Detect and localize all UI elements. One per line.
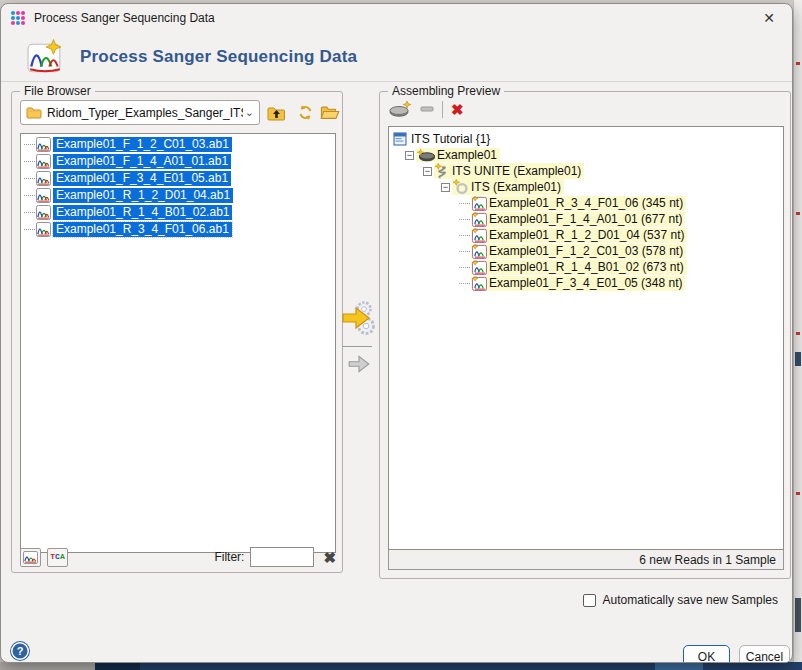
file-row[interactable]: Example01_F_1_2_C01_03.ab1 — [24, 136, 335, 153]
sample-label: Example01 — [437, 148, 497, 162]
new-sample-disc-icon[interactable] — [388, 100, 412, 118]
directory-path: Ridom_Typer_Examples_Sanger_ITS/ — [47, 106, 243, 120]
locus-ring-star-icon — [453, 179, 469, 195]
tree-read-row[interactable]: Example01_F_3_4_E01_05 (348 nt) — [393, 275, 783, 291]
read-chromatogram-star-icon — [472, 212, 487, 227]
read-label: Example01_R_3_4_F01_06 (345 nt) — [489, 196, 683, 210]
file-name: Example01_F_1_4_A01_01.ab1 — [53, 154, 231, 169]
cancel-button[interactable]: Cancel — [739, 645, 790, 663]
delete-all-icon[interactable]: ✖ — [451, 102, 464, 117]
dialog-header: Process Sanger Sequencing Data — [1, 32, 792, 82]
preview-toolbar: ✖ — [388, 98, 464, 120]
clear-filter-icon[interactable]: ✖ — [323, 550, 336, 565]
window-title: Process Sanger Sequencing Data — [34, 11, 215, 25]
process-sanger-dialog: Process Sanger Sequencing Data ✕ Process… — [0, 3, 793, 663]
status-text: 6 new Reads in 1 Sample — [639, 553, 776, 567]
collapse-toggle-icon[interactable]: − — [423, 167, 432, 176]
refresh-icon[interactable] — [293, 102, 317, 123]
autosave-label: Automatically save new Samples — [603, 593, 778, 607]
file-row[interactable]: Example01_R_1_4_B01_02.ab1 — [24, 204, 335, 221]
read-label: Example01_R_1_2_D01_04 (537 nt) — [489, 228, 684, 242]
locus-its-label: ITS (Example01) — [471, 180, 561, 194]
tree-read-row[interactable]: Example01_F_1_2_C01_03 (578 nt) — [393, 243, 783, 259]
assembling-preview-legend: Assembling Preview — [388, 84, 504, 98]
read-label: Example01_F_3_4_E01_05 (348 nt) — [489, 276, 682, 290]
project-label: ITS Tutorial {1} — [411, 132, 490, 146]
help-icon[interactable]: ? — [11, 642, 29, 660]
tree-read-row[interactable]: Example01_R_3_4_F01_06 (345 nt) — [393, 195, 783, 211]
tree-read-row[interactable]: Example01_R_1_2_D01_04 (537 nt) — [393, 227, 783, 243]
remove-minus-icon[interactable] — [420, 106, 434, 112]
file-row[interactable]: Example01_F_3_4_E01_05.ab1 — [24, 170, 335, 187]
preview-tree[interactable]: ITS Tutorial {1} − Example01 — [388, 126, 784, 550]
read-chromatogram-star-icon — [472, 196, 487, 211]
transfer-arrow-disabled-button[interactable] — [347, 354, 371, 374]
directory-combobox[interactable]: Ridom_Typer_Examples_Sanger_ITS/ ⌄ — [20, 100, 260, 125]
project-icon — [393, 132, 408, 147]
read-chromatogram-star-icon — [472, 276, 487, 291]
file-browser-footer: TCA Filter: ✖ — [20, 547, 336, 567]
divider — [342, 346, 372, 347]
assembling-preview-group: Assembling Preview ✖ — [379, 91, 791, 579]
chromatogram-icon — [36, 154, 51, 169]
filter-input[interactable] — [250, 547, 314, 567]
status-bar: 6 new Reads in 1 Sample — [388, 550, 784, 570]
file-row[interactable]: Example01_F_1_4_A01_01.ab1 — [24, 153, 335, 170]
collapse-toggle-icon[interactable]: − — [405, 151, 414, 160]
sample-disc-star-icon — [417, 149, 435, 162]
tree-read-row[interactable]: Example01_R_1_4_B01_02 (673 nt) — [393, 259, 783, 275]
file-browser-group: File Browser Ridom_Typer_Examples_Sanger… — [11, 91, 343, 573]
read-label: Example01_R_1_4_B01_02 (673 nt) — [489, 260, 684, 274]
tree-locus-its-row[interactable]: − ITS (Example01) — [393, 179, 783, 195]
read-label: Example01_F_1_2_C01_03 (578 nt) — [489, 244, 683, 258]
app-logo-dots-icon — [11, 11, 25, 25]
folder-icon — [26, 106, 42, 119]
filter-label: Filter: — [214, 550, 244, 564]
read-chromatogram-star-icon — [472, 260, 487, 275]
tree-locus-unite-row[interactable]: − ITS UNITE (Example01) — [393, 163, 783, 179]
locus-coil-star-icon — [435, 163, 450, 179]
autosave-option: Automatically save new Samples — [583, 593, 778, 607]
parent-folder-button[interactable] — [264, 102, 288, 123]
screen: Process Sanger Sequencing Data ✕ Process… — [0, 0, 802, 670]
file-name: Example01_R_3_4_F01_06.ab1 — [53, 222, 232, 237]
read-chromatogram-star-icon — [472, 244, 487, 259]
tree-root-row[interactable]: ITS Tutorial {1} — [393, 131, 783, 147]
autosave-checkbox[interactable] — [583, 594, 596, 607]
chromatogram-icon — [36, 188, 51, 203]
ok-button[interactable]: OK — [683, 645, 730, 663]
locus-unite-label: ITS UNITE (Example01) — [452, 164, 581, 178]
chromatogram-icon — [36, 205, 51, 220]
chromatogram-icon — [36, 137, 51, 152]
chromatogram-icon — [36, 171, 51, 186]
background-taskbar-strip — [0, 662, 802, 670]
read-label: Example01_F_1_4_A01_01 (677 nt) — [489, 212, 682, 226]
open-folder-button[interactable] — [318, 102, 342, 123]
collapse-toggle-icon[interactable]: − — [441, 183, 450, 192]
close-icon[interactable]: ✕ — [759, 9, 779, 27]
read-chromatogram-star-icon — [472, 228, 487, 243]
tree-read-row[interactable]: Example01_F_1_4_A01_01 (677 nt) — [393, 211, 783, 227]
file-name: Example01_R_1_4_B01_02.ab1 — [53, 205, 232, 220]
file-row[interactable]: Example01_R_3_4_F01_06.ab1 — [24, 221, 335, 238]
chromatogram-filter-toggle[interactable] — [20, 548, 41, 567]
process-transfer-button[interactable] — [341, 299, 377, 337]
title-bar[interactable]: Process Sanger Sequencing Data ✕ — [1, 4, 792, 32]
page-title: Process Sanger Sequencing Data — [80, 47, 357, 67]
chevron-down-icon: ⌄ — [245, 106, 254, 119]
file-browser-legend: File Browser — [20, 84, 95, 98]
chromatogram-icon — [36, 222, 51, 237]
background-window-strip — [793, 0, 802, 670]
file-name: Example01_F_3_4_E01_05.ab1 — [53, 171, 231, 186]
toolbar-separator — [442, 101, 443, 118]
file-list[interactable]: Example01_F_1_2_C01_03.ab1 Example01_F_1… — [20, 133, 336, 553]
tree-sample-row[interactable]: − Example01 — [393, 147, 783, 163]
chromatogram-star-logo-icon — [27, 39, 63, 75]
file-name: Example01_R_1_2_D01_04.ab1 — [53, 188, 233, 203]
file-name: Example01_F_1_2_C01_03.ab1 — [53, 137, 232, 152]
tca-sequence-toggle[interactable]: TCA — [47, 548, 68, 567]
file-row[interactable]: Example01_R_1_2_D01_04.ab1 — [24, 187, 335, 204]
